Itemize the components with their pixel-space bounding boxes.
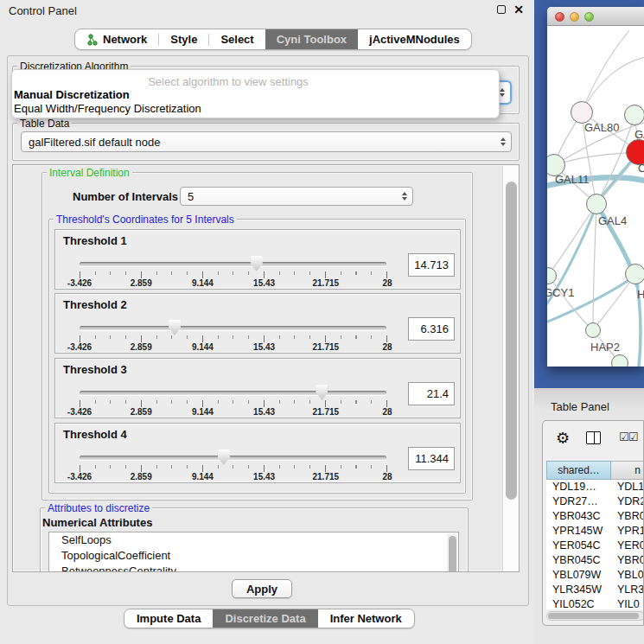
attributes-box-title: Attributes to discretize (45, 502, 152, 514)
network-node-label: C (638, 162, 644, 175)
slider-track[interactable] (80, 456, 386, 460)
slider-scale: -3.426 2.859 9.144 15.43 21.715 28 (80, 342, 387, 353)
network-node[interactable] (585, 322, 601, 338)
panel-scrollbar-thumb[interactable] (506, 182, 517, 500)
number-of-intervals-combobox[interactable]: 5 (180, 187, 413, 206)
network-node-label: GCY1 (547, 286, 574, 299)
table-row[interactable]: YBR045CYBR0 (546, 553, 644, 568)
control-panel-title: Control Panel (9, 4, 77, 17)
panel-scrollbar[interactable] (502, 166, 520, 572)
control-panel-tabbar: Network Style Select Cyni Toolbox jActiv… (74, 29, 472, 50)
algorithm-option-equal-width[interactable]: Equal Width/Frequency Discretization (14, 102, 201, 115)
tab-network[interactable]: Network (75, 29, 158, 49)
column-header-name[interactable]: n (611, 461, 644, 480)
threshold-3-slider[interactable] (80, 383, 386, 400)
table-row[interactable]: YER054CYER0 (546, 539, 644, 553)
slider-ticks (80, 465, 387, 472)
list-item[interactable]: BetweennessCentrality (49, 564, 458, 572)
network-window-titlebar (547, 7, 644, 26)
minimize-traffic-light-icon[interactable] (570, 12, 579, 22)
slider-thumb[interactable] (316, 385, 328, 400)
combobox-stepper-icon (501, 137, 506, 146)
gear-icon[interactable]: ⚙ (556, 429, 570, 448)
slider-track[interactable] (80, 326, 386, 330)
select-columns-icon[interactable]: ☑☑ (619, 430, 637, 443)
network-canvas[interactable]: GAL80GACGAL11GAL4GCY1HHAP2 (547, 26, 644, 367)
control-panel-titlebar: Control Panel ✕ (0, 0, 534, 22)
tab-cyni-toolbox[interactable]: Cyni Toolbox (265, 29, 358, 49)
column-layout-icon[interactable] (586, 431, 601, 444)
slider-ticks (80, 271, 387, 278)
threshold-1-slider[interactable] (80, 254, 386, 271)
thresholds-box-title: Threshold's Coordinates for 5 Intervals (54, 214, 237, 226)
threshold-2-label: Threshold 2 (63, 298, 127, 311)
network-node-label: GAL80 (584, 121, 619, 134)
table-header: shared… n (546, 461, 644, 480)
slider-scale: -3.426 2.859 9.144 15.43 21.715 28 (80, 407, 387, 418)
list-item[interactable]: SelfLoops (49, 532, 458, 548)
screenshot-root: Control Panel ✕ Network Style Se (0, 0, 644, 644)
threshold-1-label: Threshold 1 (63, 234, 127, 247)
table-data-box-title: Table Data (17, 118, 72, 130)
threshold-2-slider[interactable] (80, 318, 386, 335)
list-scrollbar[interactable] (447, 533, 457, 572)
number-of-intervals-value: 5 (188, 190, 194, 203)
network-node[interactable] (625, 264, 644, 284)
table-panel: Table Panel ⚙ ☑☑ shared… n YDL19…YDL1 YD… (534, 388, 644, 644)
column-header-shared-name[interactable]: shared… (546, 461, 611, 480)
threshold-4-group: Threshold 4 -3.426 2.859 9.144 15.43 21.… (54, 423, 461, 483)
number-of-intervals-label: Number of Intervals (73, 190, 178, 203)
slider-ticks (80, 335, 387, 342)
tab-discretize-data[interactable]: Discretize Data (213, 609, 317, 628)
apply-button[interactable]: Apply (232, 579, 292, 598)
network-window: GAL80GACGAL11GAL4GCY1HHAP2 (547, 7, 644, 367)
tab-select[interactable]: Select (209, 29, 265, 49)
float-window-icon[interactable] (497, 5, 506, 14)
table-row[interactable]: YDR27…YDR2 (546, 494, 644, 509)
interval-definition-box-title: Interval Definition (47, 167, 132, 179)
zoom-traffic-light-icon[interactable] (584, 12, 594, 22)
network-node[interactable] (611, 354, 628, 367)
tab-impute-data[interactable]: Impute Data (124, 609, 213, 628)
slider-track[interactable] (80, 262, 386, 266)
settings-scroll-panel: Interval Definition Number of Intervals … (12, 164, 520, 572)
network-icon (86, 34, 99, 46)
threshold-1-value-field[interactable]: 14.713 (408, 253, 455, 277)
slider-track[interactable] (80, 391, 386, 395)
algorithm-dropdown-popup: Select algorithm to view settings Manual… (11, 69, 500, 118)
table-rows: YDL19…YDL1 YDR27…YDR2 YBR043CYBR0 YPR145… (546, 480, 644, 609)
table-row[interactable]: YBL079WYBL0 (546, 568, 644, 583)
slider-scale: -3.426 2.859 9.144 15.43 21.715 28 (80, 472, 387, 482)
table-horizontal-scrollbar[interactable] (546, 611, 644, 621)
slider-thumb[interactable] (251, 256, 263, 271)
table-row[interactable]: YPR145WYPR1 (546, 524, 644, 539)
tab-infer-network[interactable]: Infer Network (318, 609, 414, 628)
table-row[interactable]: YDL19…YDL1 (546, 480, 644, 494)
threshold-4-label: Threshold 4 (63, 428, 127, 441)
network-node[interactable] (624, 105, 644, 125)
tab-jactivemnodules[interactable]: jActiveMNodules (358, 29, 471, 49)
table-row[interactable]: YBR043CYBR0 (546, 509, 644, 524)
table-row[interactable]: YIL052CYIL0 (546, 597, 644, 609)
table-row[interactable]: YLR345WYLR3 (546, 583, 644, 597)
threshold-3-value-field[interactable]: 21.4 (408, 382, 455, 405)
list-item[interactable]: TopologicalCoefficient (49, 548, 458, 564)
slider-thumb[interactable] (218, 450, 230, 465)
numerical-attributes-list[interactable]: SelfLoops TopologicalCoefficient Between… (48, 532, 459, 572)
threshold-4-value-field[interactable]: 11.344 (408, 447, 455, 470)
threshold-2-value-field[interactable]: 6.316 (408, 317, 455, 341)
cyni-bottom-tabbar: Impute Data Discretize Data Infer Networ… (124, 609, 415, 628)
control-panel: Control Panel ✕ Network Style Se (0, 0, 534, 644)
combobox-stepper-icon (500, 88, 505, 97)
network-node[interactable] (586, 194, 607, 214)
table-data-combobox[interactable]: galFiltered.sif default node (21, 131, 512, 152)
close-icon[interactable]: ✕ (513, 5, 524, 14)
close-traffic-light-icon[interactable] (555, 12, 564, 22)
algorithm-popup-hint: Select algorithm to view settings (21, 75, 436, 88)
table-panel-title: Table Panel (551, 400, 609, 413)
slider-thumb[interactable] (169, 320, 181, 335)
threshold-4-slider[interactable] (80, 448, 386, 465)
tab-style[interactable]: Style (159, 29, 208, 49)
algorithm-option-manual[interactable]: Manual Discretization (14, 88, 130, 101)
table-data-selected-value: galFiltered.sif default node (29, 136, 160, 149)
